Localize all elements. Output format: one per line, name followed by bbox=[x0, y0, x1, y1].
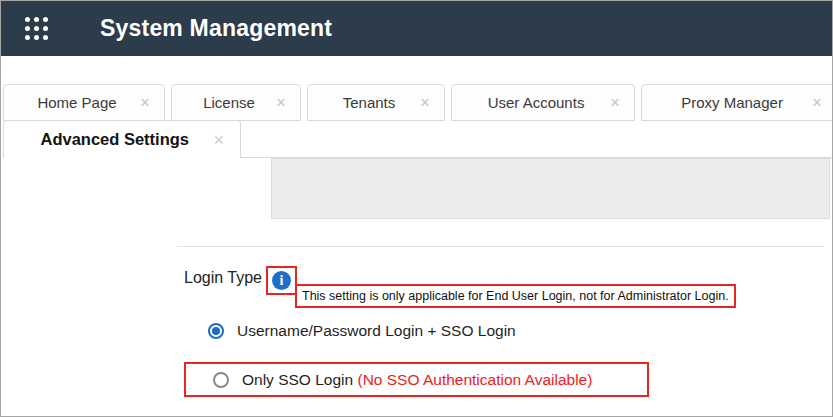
login-type-label: Login Type bbox=[184, 269, 262, 287]
radio-option-label: Only SSO Login (No SSO Authentication Av… bbox=[242, 371, 592, 389]
radio-option-only-sso-highlight-box[interactable]: Only SSO Login (No SSO Authentication Av… bbox=[184, 362, 649, 397]
close-icon[interactable]: × bbox=[274, 94, 288, 111]
apps-grid-icon[interactable] bbox=[25, 17, 48, 40]
tab-label: Advanced Settings bbox=[18, 130, 211, 149]
close-icon[interactable]: × bbox=[138, 94, 152, 111]
option-label-text: Only SSO Login bbox=[242, 371, 353, 388]
tab-advanced-settings[interactable]: Advanced Settings × bbox=[3, 120, 241, 158]
close-icon[interactable]: × bbox=[810, 94, 824, 111]
radio-option-username-password-sso[interactable]: Username/Password Login + SSO Login bbox=[208, 322, 516, 340]
radio-selected-icon[interactable] bbox=[208, 323, 224, 339]
tab-label: Tenants bbox=[320, 94, 418, 111]
close-icon[interactable]: × bbox=[608, 94, 622, 111]
section-divider bbox=[177, 246, 824, 247]
app-window: System Management Home Page × License × … bbox=[0, 0, 833, 417]
collapsed-panel bbox=[271, 158, 830, 219]
radio-option-label: Username/Password Login + SSO Login bbox=[237, 322, 516, 340]
tab-home-page[interactable]: Home Page × bbox=[3, 84, 165, 121]
page-title: System Management bbox=[100, 15, 332, 42]
tab-user-accounts[interactable]: User Accounts × bbox=[451, 84, 635, 121]
info-tooltip: This setting is only applicable for End … bbox=[295, 284, 736, 308]
info-icon-highlight-box: i bbox=[266, 266, 297, 295]
radio-unselected-icon[interactable] bbox=[213, 372, 229, 388]
info-icon[interactable]: i bbox=[272, 271, 291, 290]
close-icon[interactable]: × bbox=[211, 131, 226, 149]
tab-license[interactable]: License × bbox=[171, 84, 301, 121]
option-warning-text: (No SSO Authentication Available) bbox=[357, 371, 592, 388]
tab-label: License bbox=[184, 94, 274, 111]
tab-label: Home Page bbox=[16, 94, 138, 111]
app-header: System Management bbox=[1, 1, 832, 56]
tab-label: User Accounts bbox=[464, 94, 608, 111]
tab-bar-row-1: Home Page × License × Tenants × User Acc… bbox=[3, 84, 833, 121]
close-icon[interactable]: × bbox=[418, 94, 432, 111]
tab-label: Proxy Manager bbox=[654, 94, 810, 111]
tab-tenants[interactable]: Tenants × bbox=[307, 84, 445, 121]
tab-proxy-manager[interactable]: Proxy Manager × bbox=[641, 84, 833, 121]
